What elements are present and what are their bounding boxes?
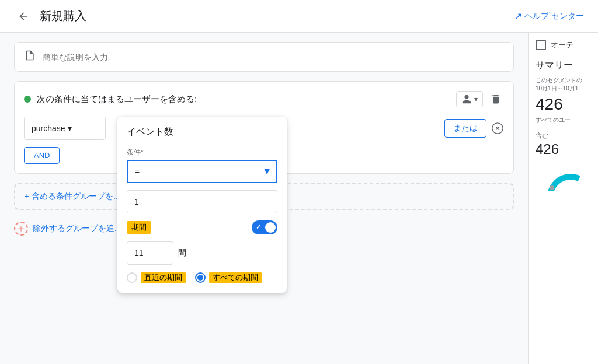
radio-all-circle <box>195 272 206 283</box>
mata-wa-button[interactable]: または <box>444 119 486 138</box>
description-bar <box>14 42 514 72</box>
help-link[interactable]: ↗ ヘルプ センター <box>514 10 584 22</box>
period-unit-label: 間 <box>178 248 186 258</box>
user-button[interactable]: ▾ <box>456 91 483 107</box>
orte-partial: オーテ <box>536 40 591 50</box>
close-circle-button[interactable] <box>491 122 504 135</box>
period-label: 期間 <box>127 221 151 234</box>
radio-all-label: すべての期間 <box>209 272 262 284</box>
help-label: ヘルプ センター <box>524 11 584 22</box>
chevron-icon: ▾ <box>68 124 72 133</box>
include-count: 426 <box>536 141 591 158</box>
and-button[interactable]: AND <box>24 147 60 164</box>
period-toggle[interactable]: ✓ <box>252 220 277 235</box>
radio-recent-circle <box>127 272 137 283</box>
svg-point-3 <box>550 186 554 190</box>
period-number-input[interactable] <box>127 242 173 265</box>
page-title: 新規購入 <box>40 8 86 24</box>
condition-header-right: ▾ <box>456 91 504 107</box>
help-icon: ↗ <box>514 10 522 22</box>
radio-recent-label: 直近の期間 <box>141 272 186 284</box>
value-input[interactable] <box>127 190 277 214</box>
right-panel: オーテ サマリー このセグメントの10月1日～10月1 426 すべてのユー 含… <box>528 33 598 364</box>
condition-header-left: 次の条件に当てはまるユーザーを含める: <box>24 94 197 105</box>
summary-title: サマリー <box>536 60 591 72</box>
summary-sublabel: すべてのユー <box>536 116 591 124</box>
popup-title: イベント数 <box>127 126 277 138</box>
back-button[interactable] <box>14 7 33 26</box>
period-input-row: 間 <box>127 242 277 265</box>
event-count-popup: イベント数 条件* = < > ≤ ≥ ▼ <box>117 117 287 293</box>
condition-select-wrapper: = < > ≤ ≥ ▼ <box>127 160 277 183</box>
exclude-label: 除外するグループを追... <box>33 223 121 234</box>
left-panel: 次の条件に当てはまるユーザーを含める: ▾ <box>0 33 528 364</box>
period-row: 期間 ✓ <box>127 220 277 235</box>
header: 新規購入 ↗ ヘルプ センター <box>0 0 598 33</box>
main-layout: 次の条件に当てはまるユーザーを含める: ▾ <box>0 33 598 364</box>
filter-right: または <box>444 117 504 140</box>
add-group-label: + 含める条件グループを... <box>25 191 120 202</box>
condition-title: 次の条件に当てはまるユーザーを含める: <box>37 94 197 105</box>
summary-description: このセグメントの10月1日～10月1 <box>536 76 591 93</box>
radio-recent[interactable]: 直近の期間 <box>127 272 186 284</box>
event-label: purchase <box>32 124 65 133</box>
header-left: 新規購入 <box>14 7 86 26</box>
condition-select[interactable]: = < > ≤ ≥ <box>127 160 277 183</box>
include-label: 含む <box>536 131 591 140</box>
radio-row: 直近の期間 すべての期間 <box>127 272 277 284</box>
orte-label: オーテ <box>551 40 573 50</box>
user-btn-chevron: ▾ <box>474 95 478 103</box>
toggle-check-icon: ✓ <box>256 223 261 231</box>
chart-area <box>536 162 582 191</box>
delete-button[interactable] <box>488 91 504 107</box>
filter-row: purchase ▾ イベント数 条件* = < > ≤ <box>24 117 504 140</box>
condition-label: 条件* <box>127 148 277 158</box>
condition-group: 次の条件に当てはまるユーザーを含める: ▾ <box>14 81 514 174</box>
description-input[interactable] <box>43 52 504 62</box>
green-dot <box>24 96 31 103</box>
radio-all[interactable]: すべての期間 <box>195 272 262 284</box>
exclude-circle-icon <box>14 222 28 236</box>
condition-header: 次の条件に当てはまるユーザーを含める: ▾ <box>24 91 504 107</box>
orte-checkbox[interactable] <box>536 40 546 50</box>
condition-label-text: 条件* <box>127 148 144 156</box>
event-select[interactable]: purchase ▾ <box>24 117 106 140</box>
summary-count: 426 <box>536 95 591 114</box>
svg-point-2 <box>550 177 582 191</box>
description-icon <box>24 50 36 64</box>
